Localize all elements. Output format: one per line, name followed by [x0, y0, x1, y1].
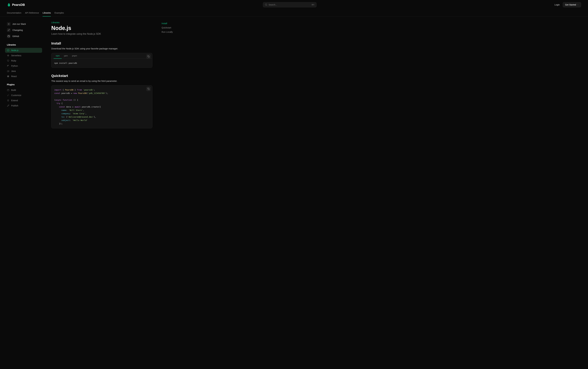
quickstart-code-block: import { PearsDB } from 'pearsdb'; const…: [51, 85, 152, 128]
plugins-heading: Plugins: [7, 83, 42, 86]
publish-label: Publish: [11, 104, 18, 107]
login-link[interactable]: Login: [555, 3, 560, 6]
sidebar-item-java[interactable]: Java: [5, 69, 42, 74]
svg-rect-15: [148, 89, 149, 90]
changelog-label: Changelog: [12, 29, 23, 31]
search-icon: [265, 3, 267, 6]
customize-label: Customize: [11, 94, 21, 97]
svg-rect-5: [9, 24, 9, 25]
copy-button[interactable]: [146, 54, 151, 59]
changelog-link[interactable]: Changelog: [7, 27, 42, 33]
svg-rect-13: [7, 90, 9, 91]
github-link[interactable]: GitHub: [7, 33, 42, 39]
install-heading: Install: [51, 41, 152, 45]
svg-rect-2: [8, 24, 9, 24]
sidebar-item-extend[interactable]: Extend: [5, 98, 42, 103]
sidebar-item-ruby[interactable]: Ruby: [5, 58, 42, 63]
svg-rect-4: [9, 23, 9, 24]
sidebar-item-publish[interactable]: Publish: [5, 103, 42, 108]
sidebar-item-customize[interactable]: Customize: [5, 93, 42, 98]
tab-api-reference[interactable]: API Reference: [25, 10, 39, 17]
install-code-block: npm yarn pnpm npm install pearsdb: [51, 53, 152, 68]
quickstart-heading: Quickstart: [51, 74, 152, 78]
nodejs-label: Node.js: [11, 49, 18, 51]
code-tab-pnpm[interactable]: pnpm: [70, 53, 79, 59]
svg-marker-6: [7, 50, 9, 51]
install-text: Download the Node.js SDK using your favo…: [51, 47, 152, 50]
copy-icon: [147, 88, 150, 90]
svg-rect-14: [148, 56, 149, 57]
python-label: Python: [11, 65, 18, 67]
github-icon: [7, 34, 10, 38]
quickstart-text: The easiest way to send an email is by u…: [51, 80, 152, 82]
page-subtitle: Learn how to integrate using the Node.js…: [51, 33, 152, 35]
bolt-icon: [7, 54, 9, 57]
java-label: Java: [11, 70, 16, 72]
plug-icon: [7, 99, 9, 102]
slack-icon: [7, 22, 10, 26]
page-title: Node.js: [51, 25, 152, 31]
tab-examples[interactable]: Examples: [54, 10, 64, 17]
coffee-icon: [7, 70, 9, 72]
slack-label: Join our Slack: [12, 23, 26, 25]
svg-point-9: [8, 76, 8, 77]
copy-button-2[interactable]: [146, 87, 151, 91]
code-tab-npm[interactable]: npm: [53, 53, 62, 59]
quickstart-code: import { PearsDB } from 'pearsdb'; const…: [52, 86, 152, 128]
sidebar-item-nodejs[interactable]: Node.js: [5, 48, 42, 53]
libraries-heading: Libraries: [7, 44, 42, 46]
svg-point-0: [265, 4, 267, 6]
install-code: npm install pearsdb: [52, 59, 152, 68]
python-icon: [7, 65, 9, 67]
search-bar[interactable]: ⌘K: [263, 2, 316, 7]
code-tab-yarn[interactable]: yarn: [62, 53, 70, 59]
sidebar-item-build[interactable]: Build: [5, 88, 42, 92]
ruby-label: Ruby: [11, 60, 16, 62]
get-started-button[interactable]: Get Started: [563, 2, 581, 7]
svg-line-1: [267, 5, 267, 6]
chevron-right-icon: [577, 4, 579, 6]
rocket2-icon: [7, 104, 9, 107]
toc-install[interactable]: Install: [162, 21, 189, 26]
toc-run-locally[interactable]: Run Locally: [162, 30, 189, 34]
logo[interactable]: PearsDB: [7, 3, 25, 7]
react-label: React: [11, 75, 17, 78]
breadcrumb[interactable]: Libraries: [51, 21, 152, 24]
logo-text: PearsDB: [12, 3, 25, 7]
sidebar-item-python[interactable]: Python: [5, 63, 42, 68]
sidebar-item-serverless[interactable]: Serverless: [5, 53, 42, 58]
copy-icon: [147, 55, 150, 58]
nodejs-icon: [7, 49, 9, 51]
rocket-icon: [7, 28, 10, 32]
build-label: Build: [11, 89, 16, 91]
extend-label: Extend: [11, 99, 18, 102]
get-started-label: Get Started: [565, 3, 576, 6]
svg-marker-7: [7, 55, 9, 56]
serverless-label: Serverless: [11, 54, 21, 57]
tab-documentation[interactable]: Documentation: [7, 10, 21, 17]
atom-icon: [7, 75, 9, 78]
search-kbd: ⌘K: [311, 4, 315, 6]
slack-link[interactable]: Join our Slack: [7, 21, 42, 27]
svg-marker-8: [7, 60, 9, 62]
svg-rect-3: [9, 24, 10, 24]
wand-icon: [7, 94, 9, 97]
toolbox-icon: [7, 89, 9, 91]
pear-icon: [7, 3, 11, 7]
sidebar-item-react[interactable]: React: [5, 74, 42, 79]
toc-quickstart[interactable]: Quickstart: [162, 26, 189, 30]
tab-libraries[interactable]: Libraries: [42, 10, 51, 17]
github-label: GitHub: [12, 35, 19, 38]
search-input[interactable]: [269, 3, 311, 6]
gem-icon: [7, 60, 9, 62]
